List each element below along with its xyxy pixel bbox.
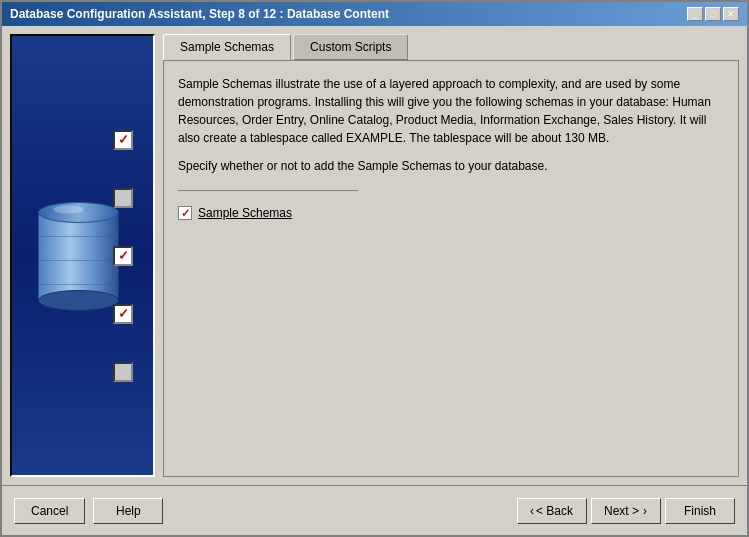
- tab-content: Sample Schemas illustrate the use of a l…: [163, 60, 739, 477]
- sidebar-checkbox-2[interactable]: [113, 188, 133, 208]
- next-button[interactable]: Next > ›: [591, 498, 661, 524]
- sample-schemas-row: Sample Schemas: [178, 206, 724, 220]
- bottom-right-buttons: ‹ < Back Next > › Finish: [517, 498, 735, 524]
- sample-schemas-checkbox[interactable]: [178, 206, 192, 220]
- tab-bar: Sample Schemas Custom Scripts: [163, 34, 739, 60]
- separator: [178, 190, 358, 191]
- bottom-bar: Cancel Help ‹ < Back Next > › Finish: [2, 485, 747, 535]
- bottom-left-buttons: Cancel Help: [14, 498, 163, 524]
- svg-point-5: [38, 290, 118, 310]
- sidebar-checkboxes: ✓ ✓ ✓: [113, 130, 138, 382]
- sample-schemas-label: Sample Schemas: [198, 206, 292, 220]
- window-title: Database Configuration Assistant, Step 8…: [10, 7, 389, 21]
- sidebar-checkbox-3[interactable]: ✓: [113, 246, 133, 266]
- svg-rect-0: [38, 212, 118, 300]
- next-arrow-icon: ›: [643, 504, 647, 518]
- window-controls: _ □ ✕: [687, 7, 739, 21]
- tab-custom-scripts[interactable]: Custom Scripts: [293, 34, 408, 60]
- svg-point-4: [38, 202, 118, 222]
- close-button[interactable]: ✕: [723, 7, 739, 21]
- finish-button[interactable]: Finish: [665, 498, 735, 524]
- sidebar-checkbox-4[interactable]: ✓: [113, 304, 133, 324]
- database-icon: [33, 194, 123, 317]
- minimize-button[interactable]: _: [687, 7, 703, 21]
- maximize-button[interactable]: □: [705, 7, 721, 21]
- description-text: Sample Schemas illustrate the use of a l…: [178, 75, 724, 147]
- sidebar-checkbox-1[interactable]: ✓: [113, 130, 133, 150]
- main-window: Database Configuration Assistant, Step 8…: [0, 0, 749, 537]
- tab-sample-schemas[interactable]: Sample Schemas: [163, 34, 291, 60]
- cancel-button[interactable]: Cancel: [14, 498, 85, 524]
- back-arrow-icon: ‹: [530, 504, 534, 518]
- back-button[interactable]: ‹ < Back: [517, 498, 587, 524]
- title-bar: Database Configuration Assistant, Step 8…: [2, 2, 747, 26]
- sidebar: ✓ ✓ ✓: [10, 34, 155, 477]
- sidebar-checkbox-5[interactable]: [113, 362, 133, 382]
- svg-point-6: [53, 205, 83, 213]
- help-button[interactable]: Help: [93, 498, 163, 524]
- prompt-text: Specify whether or not to add the Sample…: [178, 157, 724, 175]
- content-area: ✓ ✓ ✓ Sample Schemas: [2, 26, 747, 485]
- main-panel: Sample Schemas Custom Scripts Sample Sch…: [163, 34, 739, 477]
